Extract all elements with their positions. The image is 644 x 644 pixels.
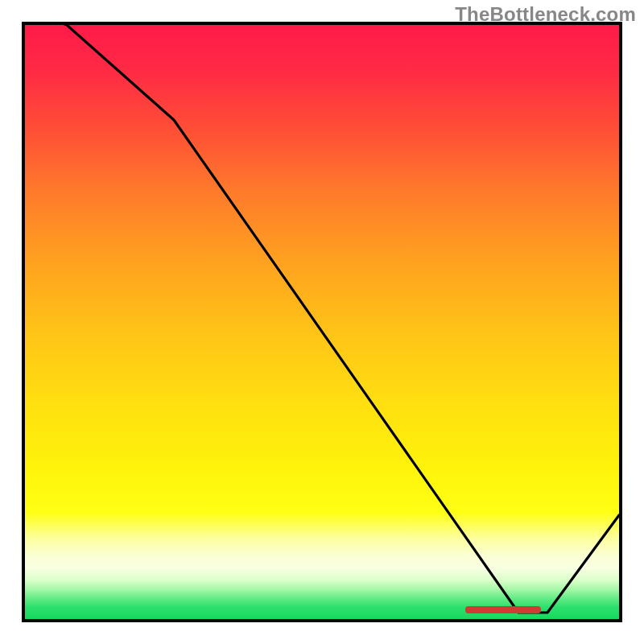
chart-annotation-marker	[465, 606, 541, 613]
chart-series-line	[25, 25, 619, 613]
chart-plot-area	[22, 22, 622, 622]
chart-line-layer	[25, 25, 619, 619]
chart-container: TheBottleneck.com	[0, 0, 644, 644]
